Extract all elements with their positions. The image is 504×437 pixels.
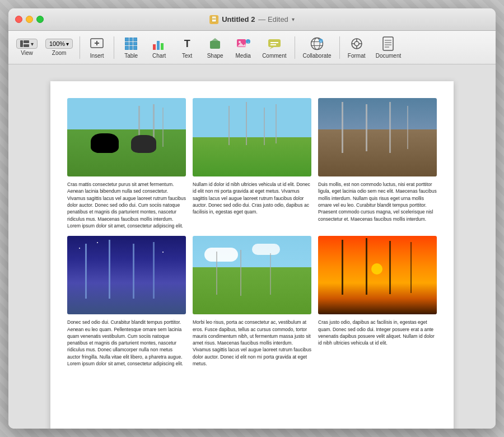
view-control[interactable]: ▾ View (13, 33, 41, 62)
list-item: Cras justo odio, dapibus ac facilisis in… (318, 236, 437, 367)
edited-status: — Edited (258, 15, 288, 24)
fullscreen-button[interactable] (36, 16, 44, 23)
photo-caption: Cras justo odio, dapibus ac facilisis in… (318, 319, 437, 346)
view-label: View (21, 50, 33, 56)
title-chevron-icon[interactable]: ▾ (292, 16, 295, 22)
svg-marker-17 (269, 47, 274, 49)
document-icon (209, 15, 218, 24)
format-label: Format (348, 53, 366, 59)
table-label: Table (124, 53, 138, 59)
text-label: Text (182, 53, 192, 59)
zoom-button[interactable]: 100% ▾ (45, 39, 73, 49)
insert-icon (89, 36, 105, 52)
photo-cows (67, 98, 186, 176)
minimize-button[interactable] (26, 16, 33, 23)
toolbar-divider-2 (114, 36, 114, 59)
svg-text:♪: ♪ (248, 41, 249, 44)
list-item: Nullam id dolor id nibh ultricies vehicu… (193, 98, 311, 229)
photo-white-clouds (193, 236, 311, 314)
comment-button[interactable]: Comment (258, 33, 291, 62)
photo-caption: Duis mollis, est non commodo luctus, nis… (318, 181, 437, 222)
photo-caption: Morbi leo risus, porta ac consectetur ac… (193, 319, 311, 367)
toolbar: ▾ View 100% ▾ Zoom Insert (8, 31, 496, 64)
svg-marker-10 (210, 38, 220, 42)
close-button[interactable] (15, 16, 22, 23)
photo-caption: Nullam id dolor id nibh ultricies vehicu… (193, 181, 311, 216)
chart-label: Chart (152, 53, 166, 59)
photo-grid: Cras mattis consectetur purus sit amet f… (67, 98, 437, 367)
svg-rect-3 (20, 40, 23, 47)
insert-label: Insert (90, 53, 104, 59)
zoom-label: Zoom (52, 50, 67, 56)
shape-icon (207, 36, 223, 52)
comment-label: Comment (262, 53, 286, 59)
svg-rect-32 (383, 37, 393, 50)
table-button[interactable]: Table (118, 33, 144, 62)
document-page: Cras mattis consectetur purus sit amet f… (50, 81, 454, 429)
toolbar-divider-4 (339, 36, 340, 59)
traffic-lights (15, 16, 44, 23)
list-item: Morbi leo risus, porta ac consectetur ac… (193, 236, 311, 367)
svg-rect-2 (212, 19, 216, 20)
photo-caption: Donec sed odio dui. Curabitur blandit te… (67, 319, 186, 367)
document-toolbar-icon (380, 36, 396, 52)
photo-green-hills (193, 98, 311, 176)
text-button[interactable]: T Text (174, 33, 200, 62)
list-item: Duis mollis, est non commodo luctus, nis… (318, 98, 437, 229)
comment-icon (267, 36, 282, 52)
collaborate-label: Collaborate (303, 53, 332, 59)
svg-point-21 (314, 38, 320, 50)
zoom-control[interactable]: 100% ▾ Zoom (42, 33, 76, 62)
list-item: Donec sed odio dui. Curabitur blandit te… (67, 236, 186, 367)
title-bar: Untitled 2 — Edited ▾ (8, 8, 496, 31)
photo-windmills (318, 98, 437, 176)
toolbar-divider-3 (295, 36, 295, 59)
content-area: Cras mattis consectetur purus sit amet f… (8, 64, 496, 429)
svg-point-12 (239, 41, 241, 43)
toolbar-divider-1 (80, 36, 80, 59)
media-button[interactable]: ♪ Media (230, 33, 256, 62)
document-button[interactable]: Document (371, 33, 406, 62)
view-button[interactable]: ▾ (16, 39, 38, 49)
format-button[interactable]: Format (343, 33, 370, 62)
list-item: Cras mattis consectetur purus sit amet f… (67, 98, 186, 229)
svg-rect-5 (24, 44, 29, 47)
media-icon: ♪ (235, 36, 251, 52)
photo-windmills2 (67, 236, 186, 314)
insert-button[interactable]: Insert (83, 33, 110, 62)
shape-button[interactable]: Shape (202, 33, 228, 62)
photo-sunset (318, 236, 437, 314)
format-icon (349, 36, 365, 52)
document-title: Untitled 2 (222, 15, 255, 24)
text-icon: T (179, 36, 195, 52)
window-title-area: Untitled 2 — Edited ▾ (209, 15, 295, 24)
media-label: Media (236, 53, 251, 59)
svg-rect-9 (210, 41, 220, 49)
shape-label: Shape (207, 53, 223, 59)
svg-rect-4 (24, 40, 29, 43)
document-label: Document (376, 53, 402, 59)
chart-icon (151, 36, 167, 52)
table-icon (123, 36, 139, 52)
svg-point-27 (354, 41, 359, 46)
app-window: Untitled 2 — Edited ▾ ▾ View 100% ▾ Zoom (8, 8, 496, 429)
chart-button[interactable]: Chart (146, 33, 172, 62)
collaborate-button[interactable]: + Collaborate (298, 33, 336, 62)
svg-rect-1 (212, 18, 216, 18)
collaborate-icon: + (309, 36, 325, 52)
svg-text:+: + (320, 39, 322, 43)
photo-caption: Cras mattis consectetur purus sit amet f… (67, 181, 186, 229)
